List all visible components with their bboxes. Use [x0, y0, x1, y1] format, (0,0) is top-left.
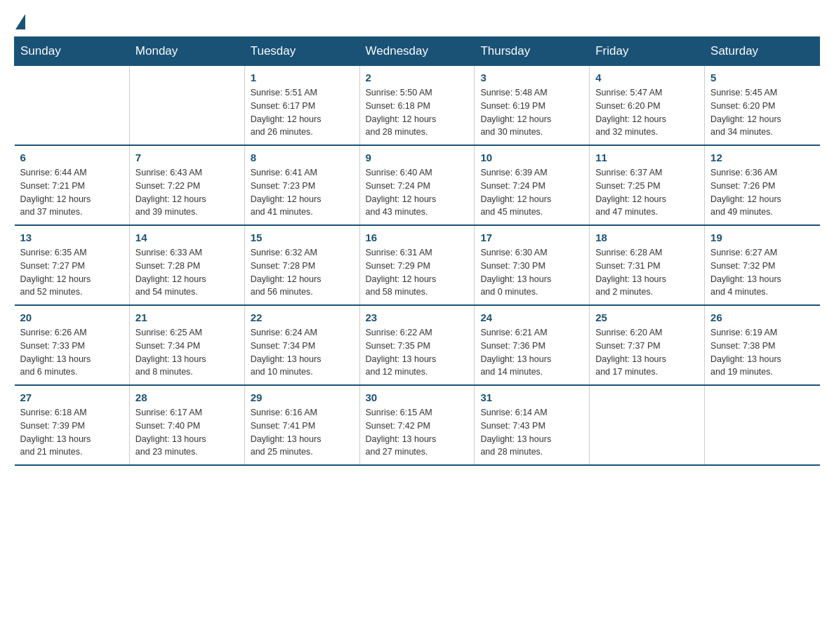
day-number: 7 — [135, 152, 239, 163]
day-number: 30 — [366, 391, 469, 403]
day-number: 26 — [710, 311, 814, 323]
day-number: 6 — [20, 152, 124, 163]
day-number: 22 — [251, 311, 354, 323]
day-cell: 29Sunrise: 6:16 AM Sunset: 7:41 PM Dayli… — [244, 385, 359, 465]
week-row-1: 1Sunrise: 5:51 AM Sunset: 6:17 PM Daylig… — [15, 66, 820, 146]
day-number: 12 — [710, 152, 814, 163]
day-number: 28 — [135, 391, 239, 403]
day-number: 11 — [595, 152, 699, 163]
day-cell: 9Sunrise: 6:40 AM Sunset: 7:24 PM Daylig… — [359, 145, 475, 225]
day-cell: 28Sunrise: 6:17 AM Sunset: 7:40 PM Dayli… — [129, 385, 244, 465]
day-info: Sunrise: 6:32 AM Sunset: 7:28 PM Dayligh… — [251, 246, 354, 299]
day-cell: 13Sunrise: 6:35 AM Sunset: 7:27 PM Dayli… — [15, 225, 130, 305]
day-cell: 7Sunrise: 6:43 AM Sunset: 7:22 PM Daylig… — [129, 145, 244, 225]
day-cell: 5Sunrise: 5:45 AM Sunset: 6:20 PM Daylig… — [705, 66, 820, 146]
day-info: Sunrise: 6:37 AM Sunset: 7:25 PM Dayligh… — [595, 166, 699, 219]
day-info: Sunrise: 5:51 AM Sunset: 6:17 PM Dayligh… — [251, 86, 354, 139]
day-cell: 26Sunrise: 6:19 AM Sunset: 7:38 PM Dayli… — [705, 305, 820, 385]
weekday-header-thursday: Thursday — [475, 37, 590, 66]
day-info: Sunrise: 5:45 AM Sunset: 6:20 PM Dayligh… — [710, 86, 814, 139]
day-cell: 16Sunrise: 6:31 AM Sunset: 7:29 PM Dayli… — [359, 225, 475, 305]
day-cell: 24Sunrise: 6:21 AM Sunset: 7:36 PM Dayli… — [475, 305, 590, 385]
day-number: 20 — [20, 311, 124, 323]
day-info: Sunrise: 5:47 AM Sunset: 6:20 PM Dayligh… — [595, 86, 699, 139]
day-number: 21 — [135, 311, 239, 323]
day-cell: 19Sunrise: 6:27 AM Sunset: 7:32 PM Dayli… — [705, 225, 820, 305]
day-number: 17 — [480, 232, 583, 243]
day-info: Sunrise: 6:15 AM Sunset: 7:42 PM Dayligh… — [366, 406, 469, 459]
day-number: 19 — [710, 232, 814, 243]
day-cell: 21Sunrise: 6:25 AM Sunset: 7:34 PM Dayli… — [129, 305, 244, 385]
day-cell — [705, 385, 820, 465]
weekday-header-tuesday: Tuesday — [244, 37, 359, 66]
day-info: Sunrise: 6:40 AM Sunset: 7:24 PM Dayligh… — [366, 166, 469, 219]
day-cell — [590, 385, 705, 465]
week-row-4: 20Sunrise: 6:26 AM Sunset: 7:33 PM Dayli… — [15, 305, 820, 385]
weekday-header-friday: Friday — [590, 37, 705, 66]
day-number: 13 — [20, 232, 124, 243]
day-number: 10 — [480, 152, 583, 163]
day-info: Sunrise: 6:17 AM Sunset: 7:40 PM Dayligh… — [135, 406, 239, 459]
day-cell: 8Sunrise: 6:41 AM Sunset: 7:23 PM Daylig… — [244, 145, 359, 225]
weekday-header-saturday: Saturday — [705, 37, 820, 66]
week-row-3: 13Sunrise: 6:35 AM Sunset: 7:27 PM Dayli… — [15, 225, 820, 305]
day-cell: 25Sunrise: 6:20 AM Sunset: 7:37 PM Dayli… — [590, 305, 705, 385]
logo — [14, 14, 27, 29]
weekday-header-row: SundayMondayTuesdayWednesdayThursdayFrid… — [15, 37, 820, 66]
day-number: 29 — [251, 391, 354, 403]
day-info: Sunrise: 6:14 AM Sunset: 7:43 PM Dayligh… — [480, 406, 583, 459]
day-info: Sunrise: 6:35 AM Sunset: 7:27 PM Dayligh… — [20, 246, 124, 299]
day-number: 24 — [480, 311, 583, 323]
day-info: Sunrise: 6:21 AM Sunset: 7:36 PM Dayligh… — [480, 326, 583, 379]
day-cell — [15, 66, 130, 146]
day-cell: 30Sunrise: 6:15 AM Sunset: 7:42 PM Dayli… — [359, 385, 475, 465]
day-number: 25 — [595, 311, 699, 323]
header — [14, 14, 820, 29]
day-info: Sunrise: 6:16 AM Sunset: 7:41 PM Dayligh… — [251, 406, 354, 459]
day-cell: 12Sunrise: 6:36 AM Sunset: 7:26 PM Dayli… — [705, 145, 820, 225]
day-cell: 3Sunrise: 5:48 AM Sunset: 6:19 PM Daylig… — [475, 66, 590, 146]
day-cell: 1Sunrise: 5:51 AM Sunset: 6:17 PM Daylig… — [244, 66, 359, 146]
day-number: 2 — [366, 72, 469, 83]
day-info: Sunrise: 6:43 AM Sunset: 7:22 PM Dayligh… — [135, 166, 239, 219]
day-cell: 11Sunrise: 6:37 AM Sunset: 7:25 PM Dayli… — [590, 145, 705, 225]
day-cell: 23Sunrise: 6:22 AM Sunset: 7:35 PM Dayli… — [359, 305, 475, 385]
day-cell: 10Sunrise: 6:39 AM Sunset: 7:24 PM Dayli… — [475, 145, 590, 225]
day-info: Sunrise: 6:26 AM Sunset: 7:33 PM Dayligh… — [20, 326, 124, 379]
day-info: Sunrise: 6:44 AM Sunset: 7:21 PM Dayligh… — [20, 166, 124, 219]
week-row-2: 6Sunrise: 6:44 AM Sunset: 7:21 PM Daylig… — [15, 145, 820, 225]
day-cell: 15Sunrise: 6:32 AM Sunset: 7:28 PM Dayli… — [244, 225, 359, 305]
day-number: 27 — [20, 391, 124, 403]
day-info: Sunrise: 6:24 AM Sunset: 7:34 PM Dayligh… — [251, 326, 354, 379]
day-info: Sunrise: 6:25 AM Sunset: 7:34 PM Dayligh… — [135, 326, 239, 379]
day-cell: 14Sunrise: 6:33 AM Sunset: 7:28 PM Dayli… — [129, 225, 244, 305]
day-number: 4 — [595, 72, 699, 83]
day-info: Sunrise: 6:41 AM Sunset: 7:23 PM Dayligh… — [251, 166, 354, 219]
day-number: 23 — [366, 311, 469, 323]
day-number: 16 — [366, 232, 469, 243]
day-info: Sunrise: 5:50 AM Sunset: 6:18 PM Dayligh… — [366, 86, 469, 139]
day-info: Sunrise: 5:48 AM Sunset: 6:19 PM Dayligh… — [480, 86, 583, 139]
day-info: Sunrise: 6:33 AM Sunset: 7:28 PM Dayligh… — [135, 246, 239, 299]
day-info: Sunrise: 6:31 AM Sunset: 7:29 PM Dayligh… — [366, 246, 469, 299]
day-cell: 2Sunrise: 5:50 AM Sunset: 6:18 PM Daylig… — [359, 66, 475, 146]
day-cell: 22Sunrise: 6:24 AM Sunset: 7:34 PM Dayli… — [244, 305, 359, 385]
weekday-header-sunday: Sunday — [15, 37, 130, 66]
day-cell: 4Sunrise: 5:47 AM Sunset: 6:20 PM Daylig… — [590, 66, 705, 146]
day-number: 3 — [480, 72, 583, 83]
day-info: Sunrise: 6:19 AM Sunset: 7:38 PM Dayligh… — [710, 326, 814, 379]
day-number: 1 — [251, 72, 354, 83]
weekday-header-monday: Monday — [129, 37, 244, 66]
day-cell: 20Sunrise: 6:26 AM Sunset: 7:33 PM Dayli… — [15, 305, 130, 385]
day-info: Sunrise: 6:20 AM Sunset: 7:37 PM Dayligh… — [595, 326, 699, 379]
day-info: Sunrise: 6:36 AM Sunset: 7:26 PM Dayligh… — [710, 166, 814, 219]
day-cell: 18Sunrise: 6:28 AM Sunset: 7:31 PM Dayli… — [590, 225, 705, 305]
day-cell: 31Sunrise: 6:14 AM Sunset: 7:43 PM Dayli… — [475, 385, 590, 465]
day-cell: 6Sunrise: 6:44 AM Sunset: 7:21 PM Daylig… — [15, 145, 130, 225]
calendar-table: SundayMondayTuesdayWednesdayThursdayFrid… — [14, 36, 820, 466]
logo-triangle-icon — [15, 14, 25, 29]
week-row-5: 27Sunrise: 6:18 AM Sunset: 7:39 PM Dayli… — [15, 385, 820, 465]
day-number: 15 — [251, 232, 354, 243]
day-info: Sunrise: 6:27 AM Sunset: 7:32 PM Dayligh… — [710, 246, 814, 299]
day-number: 9 — [366, 152, 469, 163]
